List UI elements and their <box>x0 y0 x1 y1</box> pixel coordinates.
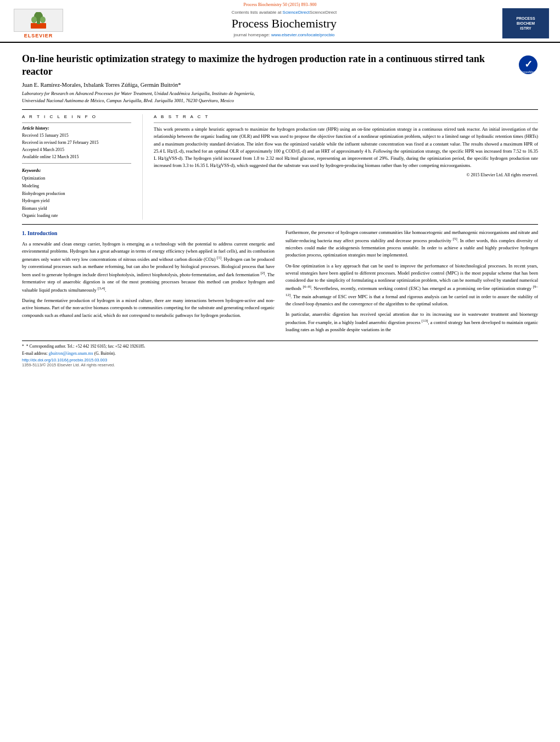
article-title-row: On-line heuristic optimization strategy … <box>22 53 538 79</box>
doi-link[interactable]: http://dx.doi.org/10.1016/j.procbio.2015… <box>22 358 107 362</box>
svg-text:CrossMark: CrossMark <box>520 70 536 74</box>
content-col-right: Furthermore, the presence of hydrogen co… <box>285 229 538 337</box>
available-date: Available online 12 March 2015 <box>22 154 131 161</box>
doi-line: http://dx.doi.org/10.1016/j.procbio.2015… <box>22 358 538 362</box>
elsevier-logo-box <box>14 9 63 32</box>
accepted-date: Accepted 4 March 2015 <box>22 147 131 154</box>
elsevier-wordmark: ELSEVIER <box>24 33 53 38</box>
keyword-olr: Organic loading rate <box>22 212 131 220</box>
sciencedirect-link[interactable]: ScienceDirect <box>283 10 310 15</box>
crossmark-icon: ✓ CrossMark <box>518 55 538 75</box>
history-label: Article history: <box>22 126 131 131</box>
affiliation: Laboratory for Research on Advanced Proc… <box>22 90 538 104</box>
affiliation-line2: Universidad Nacional Autónoma de México,… <box>22 98 234 103</box>
page-wrapper: Process Biochemistry 50 (2015) 893–900 E… <box>0 0 560 367</box>
svg-text:✓: ✓ <box>524 59 533 70</box>
section1-title: 1. Introduction <box>22 229 275 238</box>
two-col-content: 1. Introduction As a renewable and clean… <box>0 229 560 337</box>
header-section: Process Biochemistry 50 (2015) 893–900 E… <box>0 0 560 43</box>
header-main: ELSEVIER Contents lists available at Sci… <box>0 8 560 38</box>
copyright: © 2015 Elsevier Ltd. All rights reserved… <box>154 172 538 177</box>
footnote-star: * <box>22 343 24 349</box>
elsevier-tree-icon <box>31 12 46 29</box>
footnote-section: * * Corresponding author. Tel.: +52 442 … <box>22 341 538 368</box>
intro-para-2: During the fermentative production of hy… <box>22 297 275 319</box>
journal-name: Process Biochemistry <box>66 16 502 31</box>
corresponding-author: * Corresponding author. Tel.: +52 442 19… <box>26 343 145 349</box>
keyword-hydrogen-yield: Hydrogen yield <box>22 197 131 205</box>
keyword-biomass-yield: Biomass yield <box>22 205 131 213</box>
section-divider <box>22 224 538 225</box>
article-info-heading: A R T I C L E I N F O <box>22 114 131 119</box>
keyword-modeling: Modeling <box>22 182 131 190</box>
svg-point-4 <box>40 16 46 23</box>
journal-title-center: Contents lists available at ScienceDirec… <box>66 10 502 37</box>
email-link[interactable]: gbuitron@iingen.unam.mx <box>49 351 93 356</box>
keywords-label: Keywords: <box>22 168 131 173</box>
intro-para-3: Furthermore, the presence of hydrogen co… <box>285 229 538 259</box>
journal-homepage: journal homepage: www.elsevier.com/locat… <box>66 32 502 37</box>
abstract-text: This work presents a simple heuristic ap… <box>154 126 538 169</box>
content-col-left: 1. Introduction As a renewable and clean… <box>22 229 275 337</box>
abstract-col: A B S T R A C T This work presents a sim… <box>143 114 538 220</box>
info-columns: A R T I C L E I N F O Article history: R… <box>22 109 538 220</box>
svg-point-3 <box>31 16 37 23</box>
intro-para-5: In particular, anaerobic digestion has r… <box>285 311 538 333</box>
article-title: On-line heuristic optimization strategy … <box>22 53 507 79</box>
issn-line: 1359-5113/© 2015 Elsevier Ltd. All right… <box>22 362 538 367</box>
affiliation-line1: Laboratory for Research on Advanced Proc… <box>22 91 255 96</box>
authors: Juan E. Ramírez-Morales, Ixbalank Torres… <box>22 82 538 88</box>
revised-date: Received in revised form 27 February 201… <box>22 140 131 147</box>
intro-para-4: On-line optimization is a key approach t… <box>285 263 538 308</box>
journal-logo: PROCESS BIOCHEM ISTRY <box>502 8 549 38</box>
journal-ref: Process Biochemistry 50 (2015) 893–900 <box>0 0 560 8</box>
contents-line: Contents lists available at ScienceDirec… <box>66 10 502 15</box>
article-info-col: A R T I C L E I N F O Article history: R… <box>22 114 143 220</box>
keyword-biohydrogen: Biohydrogen production <box>22 190 131 198</box>
article-section: On-line heuristic optimization strategy … <box>0 47 560 220</box>
homepage-url[interactable]: www.elsevier.com/locate/procbio <box>271 32 335 37</box>
elsevier-logo: ELSEVIER <box>11 8 66 38</box>
abstract-heading: A B S T R A C T <box>154 114 538 119</box>
keyword-optimization: Optimization <box>22 175 131 182</box>
footnote-email: E-mail address: gbuitron@iingen.unam.mx … <box>22 350 538 356</box>
received-date: Received 15 January 2015 <box>22 132 131 140</box>
intro-para-1: As a renewable and clean energy carrier,… <box>22 241 275 294</box>
